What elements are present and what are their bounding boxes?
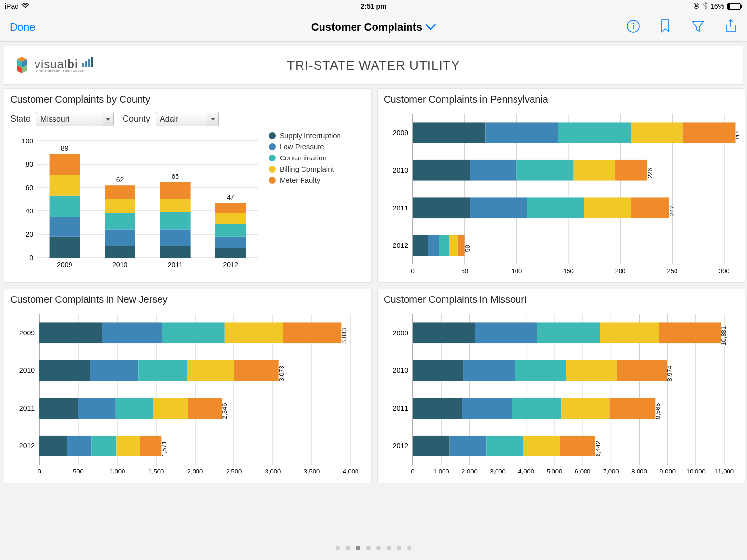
svg-text:2,000: 2,000 xyxy=(462,468,478,475)
svg-rect-49 xyxy=(215,224,246,236)
svg-text:500: 500 xyxy=(73,468,84,475)
svg-rect-172 xyxy=(600,322,659,343)
svg-text:80: 80 xyxy=(25,160,33,168)
chevron-down-icon xyxy=(211,118,215,121)
chart-county: 020406080100892009622010652011472012 xyxy=(10,131,263,272)
pager-dot[interactable] xyxy=(356,546,360,550)
nav-bar: Done Customer Complaints xyxy=(0,13,747,42)
page-title[interactable]: Customer Complaints xyxy=(311,21,436,34)
svg-rect-183 xyxy=(413,398,462,419)
svg-text:2011: 2011 xyxy=(393,404,408,412)
svg-rect-2 xyxy=(695,5,697,7)
info-icon[interactable] xyxy=(626,19,640,35)
legend-item: Contamination xyxy=(269,154,341,162)
svg-rect-50 xyxy=(215,213,246,224)
svg-rect-91 xyxy=(428,235,439,256)
chevron-down-icon xyxy=(106,118,110,121)
county-select[interactable]: Adair xyxy=(156,112,219,126)
svg-rect-80 xyxy=(615,160,647,181)
svg-text:2,346: 2,346 xyxy=(221,403,228,419)
pager-dot[interactable] xyxy=(346,546,350,550)
svg-rect-90 xyxy=(413,235,428,256)
svg-rect-119 xyxy=(225,322,283,343)
svg-rect-83 xyxy=(413,197,470,218)
svg-rect-84 xyxy=(470,197,527,218)
svg-rect-28 xyxy=(50,196,80,217)
logo-cube-icon xyxy=(12,55,32,75)
svg-text:4,000: 4,000 xyxy=(343,468,359,475)
svg-rect-36 xyxy=(105,199,135,213)
svg-rect-131 xyxy=(78,398,116,419)
svg-rect-137 xyxy=(39,436,67,456)
svg-point-4 xyxy=(633,23,634,24)
svg-text:2012: 2012 xyxy=(19,442,35,450)
state-label: State xyxy=(10,114,31,123)
svg-text:8,565: 8,565 xyxy=(654,403,661,419)
svg-text:2011: 2011 xyxy=(393,204,408,212)
legend-swatch xyxy=(269,155,276,161)
panel-mo: Customer Complaints in Missouri 01,0002,… xyxy=(377,289,745,483)
legend-label: Contamination xyxy=(280,154,327,162)
svg-rect-177 xyxy=(464,360,515,381)
svg-text:2009: 2009 xyxy=(57,261,72,269)
svg-rect-44 xyxy=(160,182,191,199)
svg-text:0: 0 xyxy=(29,254,33,262)
page-indicator[interactable] xyxy=(336,546,411,550)
legend-item: Billing Complaint xyxy=(269,165,341,173)
svg-text:2,000: 2,000 xyxy=(187,468,203,475)
svg-rect-72 xyxy=(631,122,683,143)
svg-rect-191 xyxy=(450,436,487,456)
svg-rect-186 xyxy=(561,398,609,419)
svg-rect-118 xyxy=(162,322,225,343)
bookmark-icon[interactable] xyxy=(659,19,671,35)
legend-item: Supply Interruption xyxy=(269,131,341,140)
svg-rect-176 xyxy=(413,360,464,381)
logo-bars-icon xyxy=(82,57,93,67)
svg-text:2010: 2010 xyxy=(393,166,408,174)
svg-text:2012: 2012 xyxy=(393,442,408,450)
device-label: iPad xyxy=(5,2,18,10)
svg-rect-33 xyxy=(105,246,135,258)
svg-text:1,571: 1,571 xyxy=(160,441,168,457)
pager-dot[interactable] xyxy=(376,546,381,550)
pager-dot[interactable] xyxy=(387,546,391,550)
svg-rect-134 xyxy=(188,398,222,419)
svg-rect-30 xyxy=(50,154,80,175)
svg-rect-42 xyxy=(160,212,191,229)
svg-point-0 xyxy=(25,7,26,8)
svg-text:10,000: 10,000 xyxy=(686,468,706,475)
pager-dot[interactable] xyxy=(407,546,411,550)
dashboard-grid: Customer Complaints by County State Miss… xyxy=(0,85,747,487)
report-header: visualbi LOOK FORWARD. THINK AHEAD TRI-S… xyxy=(4,46,743,85)
svg-text:7,000: 7,000 xyxy=(603,468,619,475)
orientation-lock-icon xyxy=(693,2,700,11)
filter-icon[interactable] xyxy=(691,19,705,35)
svg-rect-190 xyxy=(413,436,450,456)
svg-text:2012: 2012 xyxy=(223,261,238,269)
pager-dot[interactable] xyxy=(397,546,401,550)
brand-logo: visualbi LOOK FORWARD. THINK AHEAD xyxy=(12,55,93,75)
county-label: County xyxy=(123,114,150,123)
svg-rect-179 xyxy=(566,360,617,381)
svg-rect-69 xyxy=(413,122,485,143)
svg-rect-193 xyxy=(523,436,560,456)
chart-nj: 05001,0001,5002,0002,5003,0003,5004,0003… xyxy=(10,309,365,478)
pager-dot[interactable] xyxy=(366,546,371,550)
svg-text:2010: 2010 xyxy=(112,261,127,269)
share-icon[interactable] xyxy=(725,19,737,35)
done-button[interactable]: Done xyxy=(10,21,36,34)
svg-rect-78 xyxy=(516,160,573,181)
legend-swatch xyxy=(269,177,276,184)
state-select[interactable]: Missouri xyxy=(36,112,114,126)
svg-text:2010: 2010 xyxy=(19,367,35,374)
svg-rect-140 xyxy=(116,436,140,456)
svg-text:6,442: 6,442 xyxy=(594,441,602,457)
svg-rect-171 xyxy=(537,322,600,343)
svg-rect-194 xyxy=(560,436,595,456)
pager-dot[interactable] xyxy=(336,546,340,550)
svg-text:0: 0 xyxy=(37,468,41,475)
svg-text:50: 50 xyxy=(464,245,471,252)
county-value: Adair xyxy=(160,115,178,123)
svg-rect-76 xyxy=(413,160,470,181)
svg-text:2010: 2010 xyxy=(393,367,408,374)
